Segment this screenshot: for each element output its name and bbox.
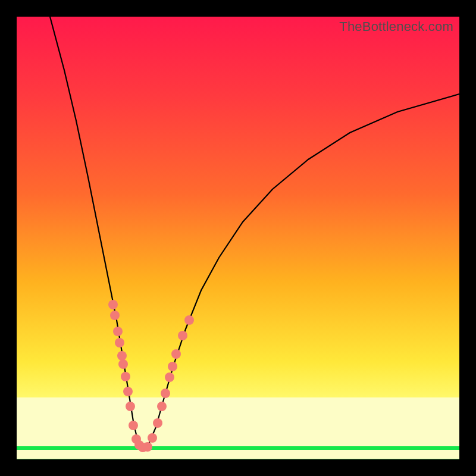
- highlight-dot: [171, 349, 181, 359]
- highlight-dot: [117, 351, 127, 361]
- v-curve-path: [50, 17, 459, 447]
- highlight-dot: [129, 421, 138, 430]
- highlight-dot: [123, 387, 133, 396]
- chart-svg: [17, 17, 459, 459]
- chart-frame: TheBottleneck.com: [0, 0, 476, 476]
- highlight-dot: [121, 372, 130, 381]
- highlight-dot: [184, 315, 194, 325]
- highlight-dot: [143, 442, 152, 452]
- highlight-dot: [148, 433, 157, 443]
- plot-area: TheBottleneck.com: [17, 17, 459, 459]
- highlight-dot: [108, 300, 118, 309]
- highlight-dot: [161, 389, 170, 398]
- highlight-dot: [113, 327, 123, 336]
- highlight-dot: [110, 311, 120, 320]
- highlight-dot: [168, 362, 177, 371]
- highlight-dot: [115, 338, 124, 347]
- highlight-dots-group: [108, 300, 194, 452]
- highlight-dot: [153, 418, 162, 428]
- highlight-dot: [178, 331, 187, 340]
- highlight-dot: [165, 372, 174, 382]
- highlight-dot: [157, 402, 167, 411]
- highlight-dot: [126, 402, 135, 411]
- highlight-dot: [118, 359, 128, 369]
